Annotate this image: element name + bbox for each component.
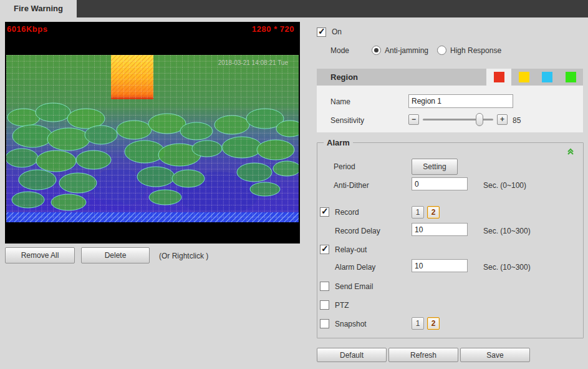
- record-delay-label: Record Delay: [335, 227, 380, 235]
- sensitivity-value: 85: [513, 116, 521, 125]
- snapshot-label: Snapshot: [335, 320, 367, 328]
- tab-fire-warning[interactable]: Fire Warning: [0, 0, 77, 17]
- anti-dither-unit: Sec. (0~100): [483, 181, 526, 190]
- alarm-delay-label: Alarm Delay: [335, 263, 375, 272]
- mode-radio-high-response[interactable]: [437, 46, 446, 55]
- alarm-group-title: Alarm: [324, 138, 353, 147]
- record-label: Record: [335, 208, 359, 217]
- send-email-checkbox[interactable]: [320, 282, 329, 291]
- relay-out-label: Relay-out: [335, 245, 367, 254]
- fire-warning-page: Fire Warning 6016Kbps 1280 * 720: [0, 0, 588, 369]
- sensitivity-decrease-button[interactable]: [408, 114, 419, 125]
- region-header-bar: Region: [317, 69, 583, 86]
- sensitivity-slider-handle[interactable]: [476, 113, 483, 126]
- ptz-label: PTZ: [335, 301, 349, 310]
- snapshot-channel-2-button[interactable]: 2: [427, 317, 440, 330]
- send-email-label: Send Email: [335, 282, 373, 291]
- region-settings-panel: [317, 86, 583, 132]
- anti-dither-label: Anti-Dither: [334, 181, 369, 190]
- record-delay-input[interactable]: [412, 223, 468, 236]
- period-setting-button[interactable]: Setting: [412, 159, 458, 175]
- region-color-swatch-green[interactable]: [566, 72, 576, 82]
- remove-all-button[interactable]: Remove All: [5, 247, 75, 263]
- tab-strip: Fire Warning: [0, 0, 588, 17]
- on-checkbox[interactable]: [317, 27, 326, 37]
- record-delay-unit: Sec. (10~300): [483, 227, 531, 235]
- osd-resolution-text: 1280 * 720: [252, 24, 294, 34]
- anti-dither-input[interactable]: [412, 177, 468, 190]
- rightclick-hint-text: (Or Rightclick ): [159, 252, 208, 260]
- region-color-swatch-cyan[interactable]: [542, 72, 552, 82]
- mode-anti-jamming-label: Anti-jamming: [385, 46, 428, 55]
- thermal-video-frame[interactable]: 2018-03-21 14:08:21 Tue: [6, 55, 299, 222]
- period-label: Period: [334, 162, 355, 171]
- alarm-delay-input[interactable]: [412, 259, 468, 272]
- osd-timestamp-text: 2018-03-21 14:08:21 Tue: [218, 59, 289, 66]
- detection-grid-overlay: [6, 55, 299, 222]
- mode-label: Mode: [330, 46, 349, 55]
- region-color-swatch-red[interactable]: [494, 72, 504, 82]
- ptz-checkbox[interactable]: [320, 300, 329, 310]
- region-color-swatch-yellow[interactable]: [519, 72, 529, 82]
- record-channel-1-button[interactable]: 1: [412, 206, 424, 219]
- on-label: On: [332, 27, 342, 36]
- relay-out-checkbox[interactable]: [320, 245, 329, 254]
- sensitivity-increase-button[interactable]: [497, 114, 508, 125]
- delete-button[interactable]: Delete: [81, 247, 150, 263]
- name-label: Name: [330, 97, 350, 106]
- default-button[interactable]: Default: [317, 348, 387, 362]
- region-header-title: Region: [330, 69, 358, 86]
- collapse-chevron-up-icon[interactable]: [567, 148, 574, 157]
- mode-radio-anti-jamming[interactable]: [372, 46, 381, 55]
- record-checkbox[interactable]: [320, 207, 329, 217]
- refresh-button[interactable]: Refresh: [388, 348, 458, 362]
- sensitivity-label: Sensitivity: [330, 116, 364, 125]
- snapshot-channel-1-button[interactable]: 1: [412, 317, 424, 330]
- video-preview-panel: 6016Kbps 1280 * 720: [5, 22, 300, 244]
- snapshot-checkbox[interactable]: [320, 319, 329, 328]
- record-channel-2-button[interactable]: 2: [427, 206, 440, 219]
- mode-high-response-label: High Response: [450, 46, 501, 55]
- save-button[interactable]: Save: [460, 348, 530, 362]
- region-name-input[interactable]: [408, 94, 513, 108]
- alarm-delay-unit: Sec. (10~300): [483, 263, 531, 272]
- osd-bitrate-text: 6016Kbps: [7, 24, 47, 34]
